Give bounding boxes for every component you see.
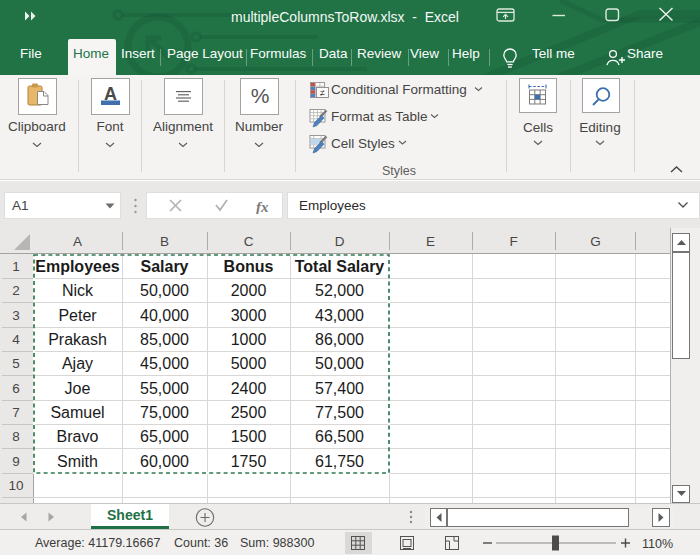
svg-text:55,000: 55,000	[140, 380, 189, 397]
svg-text:Salary: Salary	[140, 258, 188, 275]
svg-text:2000: 2000	[231, 282, 267, 299]
svg-text:3000: 3000	[231, 307, 267, 324]
svg-text:43,000: 43,000	[315, 307, 364, 324]
svg-text:77,500: 77,500	[315, 404, 364, 421]
svg-text:40,000: 40,000	[140, 307, 189, 324]
svg-text:66,500: 66,500	[315, 428, 364, 445]
svg-text:Total Salary: Total Salary	[295, 258, 385, 275]
svg-text:1: 1	[12, 259, 20, 274]
svg-text:E: E	[426, 234, 435, 249]
svg-text:F: F	[509, 234, 517, 249]
svg-text:5: 5	[12, 356, 20, 371]
svg-text:50,000: 50,000	[315, 355, 364, 372]
svg-text:D: D	[335, 234, 345, 249]
svg-text:110%: 110%	[642, 537, 673, 551]
svg-text:Joe: Joe	[65, 380, 91, 397]
svg-text:Conditional Formatting: Conditional Formatting	[331, 82, 467, 97]
svg-text:Prakash: Prakash	[48, 331, 107, 348]
svg-text:75,000: 75,000	[140, 404, 189, 421]
svg-text:57,400: 57,400	[315, 380, 364, 397]
svg-text:50,000: 50,000	[140, 282, 189, 299]
svg-text:4: 4	[12, 332, 20, 347]
svg-text:Cells: Cells	[523, 120, 553, 135]
svg-text:%: %	[251, 84, 270, 107]
svg-text:Samuel: Samuel	[50, 404, 104, 421]
svg-text:Peter: Peter	[58, 307, 97, 324]
svg-text:A: A	[73, 234, 82, 249]
svg-text:2500: 2500	[231, 404, 267, 421]
svg-text:Number: Number	[235, 119, 284, 134]
svg-text:Alignment: Alignment	[153, 119, 213, 134]
svg-text:Bonus: Bonus	[224, 258, 274, 275]
svg-text:6: 6	[12, 381, 20, 396]
svg-text:9: 9	[12, 454, 20, 469]
svg-text:2: 2	[12, 283, 20, 298]
svg-text:Employees: Employees	[35, 258, 120, 275]
svg-text:5000: 5000	[231, 355, 267, 372]
svg-text:85,000: 85,000	[140, 331, 189, 348]
svg-text:Editing: Editing	[579, 120, 620, 135]
svg-text:3: 3	[12, 308, 20, 323]
svg-text:1500: 1500	[231, 428, 267, 445]
svg-text:fx: fx	[256, 199, 269, 215]
svg-text:G: G	[590, 234, 601, 249]
svg-text:61,750: 61,750	[315, 453, 364, 470]
svg-text:8: 8	[12, 429, 20, 444]
svg-text:C: C	[244, 234, 254, 249]
svg-text:Font: Font	[96, 119, 123, 134]
svg-text:10: 10	[8, 478, 23, 493]
svg-text:7: 7	[12, 405, 20, 420]
svg-text:2400: 2400	[231, 380, 267, 397]
svg-text:60,000: 60,000	[140, 453, 189, 470]
svg-text:86,000: 86,000	[315, 331, 364, 348]
svg-text:1750: 1750	[231, 453, 267, 470]
svg-text:Clipboard: Clipboard	[8, 119, 66, 134]
svg-text:Styles: Styles	[382, 164, 416, 178]
svg-text:≠: ≠	[320, 88, 325, 98]
svg-text:52,000: 52,000	[315, 282, 364, 299]
svg-text:Smith: Smith	[57, 453, 98, 470]
svg-text:Cell Styles: Cell Styles	[331, 136, 395, 151]
svg-text:B: B	[160, 234, 169, 249]
svg-text:65,000: 65,000	[140, 428, 189, 445]
svg-text:Bravo: Bravo	[57, 428, 99, 445]
svg-text:45,000: 45,000	[140, 355, 189, 372]
svg-text:1000: 1000	[231, 331, 267, 348]
svg-text:Ajay: Ajay	[62, 355, 93, 372]
svg-text:Nick: Nick	[62, 282, 94, 299]
svg-text:Format as Table: Format as Table	[331, 109, 428, 124]
